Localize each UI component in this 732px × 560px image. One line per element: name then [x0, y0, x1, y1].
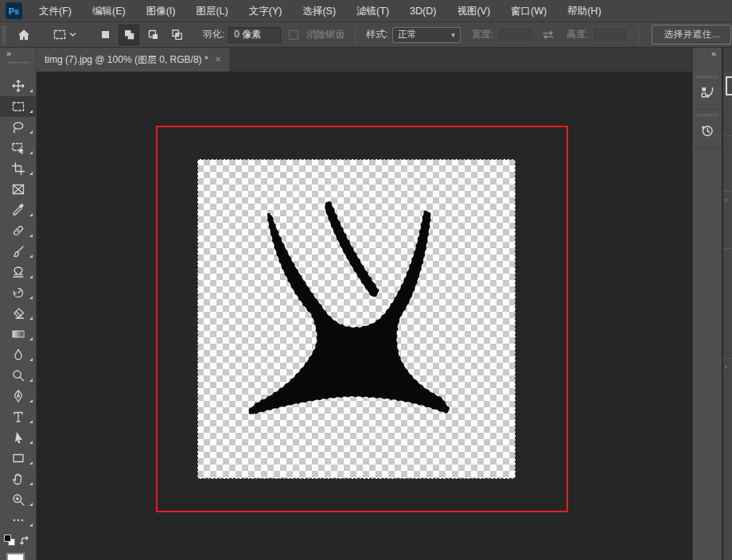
- tab-row: » timg (7).jpg @ 100% (图层 0, RGB/8) * × …: [0, 48, 732, 72]
- gradient-tool[interactable]: [0, 324, 37, 344]
- zoom-tool[interactable]: [0, 489, 37, 510]
- blur-drop-icon: [11, 348, 25, 362]
- swap-colors-icon[interactable]: [19, 535, 30, 546]
- marquee-preset-icon: [53, 29, 69, 41]
- edit-toolbar-button[interactable]: [0, 510, 37, 531]
- crop-tool[interactable]: [0, 158, 37, 179]
- menu-help[interactable]: 帮助(H): [557, 0, 611, 22]
- move-tool[interactable]: [0, 76, 37, 96]
- intersect-selection-icon: [171, 29, 183, 41]
- object-selection-icon: [11, 141, 25, 155]
- clone-stamp-tool[interactable]: [0, 262, 37, 282]
- menu-select[interactable]: 选择(S): [292, 0, 346, 22]
- menu-type[interactable]: 文字(Y): [239, 0, 293, 22]
- select-and-mask-button[interactable]: 选择并遮住...: [652, 25, 731, 45]
- swap-dimensions-icon[interactable]: [540, 29, 556, 41]
- move-icon: [11, 79, 25, 93]
- black-shape-artwork: [197, 159, 516, 479]
- menu-3d[interactable]: 3D(D): [399, 0, 446, 22]
- history-panel-button[interactable]: [695, 119, 719, 142]
- rectangular-marquee-tool[interactable]: [0, 96, 37, 117]
- gradient-icon: [11, 327, 25, 341]
- new-selection-button[interactable]: [95, 25, 115, 45]
- rectangular-marquee-icon: [11, 99, 25, 114]
- color-controls: [0, 534, 37, 560]
- hand-tool[interactable]: [0, 469, 37, 489]
- foreground-color-swatch[interactable]: [6, 553, 25, 560]
- history-brush-tool[interactable]: [0, 282, 37, 303]
- blur-tool[interactable]: [0, 344, 37, 365]
- divider: [723, 191, 732, 192]
- feather-label: 羽化:: [203, 28, 224, 41]
- type-tool[interactable]: [0, 406, 37, 427]
- close-tab-icon[interactable]: ×: [216, 54, 221, 65]
- divider: [723, 248, 732, 249]
- document-tab-bar: timg (7).jpg @ 100% (图层 0, RGB/8) * ×: [37, 48, 692, 72]
- cut-chevron-icon: ›: [725, 196, 727, 204]
- subtract-from-selection-icon: [147, 29, 159, 41]
- menu-view[interactable]: 视图(V): [446, 0, 500, 22]
- tool-options-bar: 羽化: 消除锯齿 样式: 正常 ▾ 宽度: 高度: 选择并遮住...: [0, 22, 732, 48]
- canvas-area[interactable]: [37, 72, 692, 560]
- cut-panel-swatch: [726, 76, 732, 95]
- rectangle-tool[interactable]: [0, 448, 37, 469]
- collapse-dock-icon[interactable]: «: [711, 49, 716, 58]
- separator: [355, 26, 356, 44]
- brush-tool[interactable]: [0, 241, 37, 262]
- type-icon: [11, 410, 25, 424]
- expand-toolbar-icon[interactable]: »: [6, 48, 11, 59]
- menu-filter[interactable]: 滤镜(T): [346, 0, 399, 22]
- new-selection-icon: [99, 29, 111, 41]
- eyedropper-tool[interactable]: [0, 200, 37, 220]
- document-canvas[interactable]: [197, 159, 516, 479]
- intersect-selection-button[interactable]: [166, 25, 187, 45]
- crop-icon: [11, 161, 25, 176]
- pen-tool[interactable]: [0, 386, 37, 406]
- history-brush-icon: [11, 286, 25, 300]
- frame-icon: [11, 182, 25, 196]
- style-label: 样式:: [366, 28, 387, 41]
- tools-panel: [0, 72, 37, 560]
- default-foreground-swatch[interactable]: [4, 535, 11, 542]
- subtract-from-selection-button[interactable]: [142, 25, 163, 45]
- feather-input[interactable]: [228, 27, 281, 43]
- dock-section: [693, 110, 722, 148]
- cut-chevron-icon: ›: [725, 363, 727, 371]
- layer-comps-panel-button[interactable]: [695, 80, 719, 104]
- toolbar-grip: [7, 61, 29, 64]
- clone-stamp-icon: [11, 265, 25, 279]
- menu-window[interactable]: 窗口(W): [500, 0, 557, 22]
- height-input[interactable]: [592, 27, 629, 43]
- home-button[interactable]: [12, 25, 36, 45]
- object-selection-tool[interactable]: [0, 138, 37, 158]
- add-to-selection-button[interactable]: [119, 25, 139, 45]
- home-icon: [17, 28, 31, 42]
- path-selection-tool[interactable]: [0, 427, 37, 448]
- main-area: › ›: [0, 72, 732, 560]
- eraser-tool[interactable]: [0, 303, 37, 324]
- anti-alias-checkbox[interactable]: [289, 30, 298, 40]
- options-bar-grip: [2, 25, 6, 45]
- photoshop-logo: Ps: [6, 2, 22, 19]
- spot-healing-brush-tool[interactable]: [0, 220, 37, 241]
- dock-grip: [696, 114, 718, 117]
- chevron-down-icon: [69, 31, 76, 38]
- style-select[interactable]: 正常 ▾: [392, 27, 461, 43]
- toolbar-header: »: [0, 48, 37, 72]
- frame-tool[interactable]: [0, 179, 37, 200]
- history-panel-icon: [699, 122, 715, 138]
- separator: [638, 26, 639, 44]
- eraser-icon: [11, 306, 25, 321]
- tool-preset-picker[interactable]: [47, 25, 82, 45]
- lasso-tool[interactable]: [0, 117, 37, 138]
- divider: [723, 135, 732, 136]
- document-tab[interactable]: timg (7).jpg @ 100% (图层 0, RGB/8) * ×: [37, 48, 229, 72]
- dodge-tool[interactable]: [0, 365, 37, 386]
- menu-image[interactable]: 图像(I): [136, 0, 186, 22]
- document-tab-title: timg (7).jpg @ 100% (图层 0, RGB/8) *: [45, 53, 208, 67]
- menu-file[interactable]: 文件(F): [29, 0, 82, 22]
- width-input[interactable]: [497, 27, 534, 43]
- menu-edit[interactable]: 编辑(E): [82, 0, 136, 22]
- rectangle-icon: [11, 451, 25, 465]
- menu-layer[interactable]: 图层(L): [185, 0, 238, 22]
